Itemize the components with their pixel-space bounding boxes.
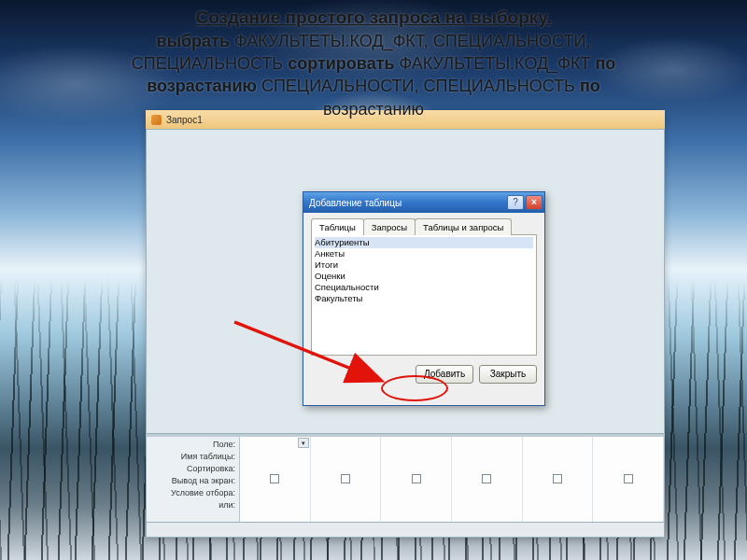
list-item[interactable]: Итоги: [315, 259, 533, 271]
label-criteria: Условие отбора:: [150, 487, 235, 499]
tab-both[interactable]: Таблицы и запросы: [415, 218, 512, 235]
grid-column[interactable]: [452, 437, 523, 522]
annotation-arrow-icon: [230, 313, 398, 397]
show-checkbox[interactable]: [553, 474, 562, 483]
show-checkbox[interactable]: [624, 474, 633, 483]
grid-column[interactable]: ▾: [240, 437, 311, 522]
field-dropdown-icon[interactable]: ▾: [298, 438, 309, 448]
annotation-circle: [381, 375, 448, 401]
close-button[interactable]: Закрыть: [479, 365, 537, 384]
dialog-tabs: Таблицы Запросы Таблицы и запросы: [311, 218, 537, 235]
grid-row-labels: Поле: Имя таблицы: Сортировка: Вывод на …: [147, 437, 240, 522]
label-or: или:: [150, 499, 235, 511]
grid-column[interactable]: [311, 437, 382, 522]
help-button[interactable]: ?: [507, 195, 524, 210]
dialog-titlebar[interactable]: Добавление таблицы ? ×: [303, 192, 544, 213]
grid-column[interactable]: [593, 437, 664, 522]
svg-line-0: [234, 322, 379, 380]
horizontal-scrollbar[interactable]: [146, 523, 665, 538]
slide-caption: Создание простого запроса на выборку. вы…: [0, 6, 747, 120]
grid-columns: ▾: [240, 437, 664, 522]
tab-queries[interactable]: Запросы: [363, 218, 416, 235]
list-item[interactable]: Специальности: [315, 282, 533, 293]
tab-tables[interactable]: Таблицы: [311, 218, 364, 235]
close-icon[interactable]: ×: [526, 195, 543, 210]
list-item[interactable]: Оценки: [315, 271, 533, 282]
grid-column[interactable]: [523, 437, 594, 522]
grid-column[interactable]: [381, 437, 452, 522]
label-show: Вывод на экран:: [150, 475, 235, 487]
list-item[interactable]: Факультеты: [315, 293, 533, 304]
kw-select: выбрать: [157, 32, 230, 50]
show-checkbox[interactable]: [482, 474, 491, 483]
dialog-title: Добавление таблицы: [309, 198, 402, 208]
kw-sort: сортировать: [288, 54, 394, 73]
query-grid: Поле: Имя таблицы: Сортировка: Вывод на …: [146, 434, 665, 523]
slide-title: Создание простого запроса на выборку.: [195, 7, 551, 27]
show-checkbox[interactable]: [270, 474, 279, 483]
label-sort: Сортировка:: [150, 463, 235, 475]
list-item[interactable]: Анкеты: [315, 248, 533, 259]
show-checkbox[interactable]: [412, 474, 421, 483]
label-field: Поле:: [150, 439, 235, 451]
label-table: Имя таблицы:: [150, 451, 235, 463]
show-checkbox[interactable]: [341, 474, 350, 483]
list-item[interactable]: Абитуриенты: [315, 237, 533, 248]
